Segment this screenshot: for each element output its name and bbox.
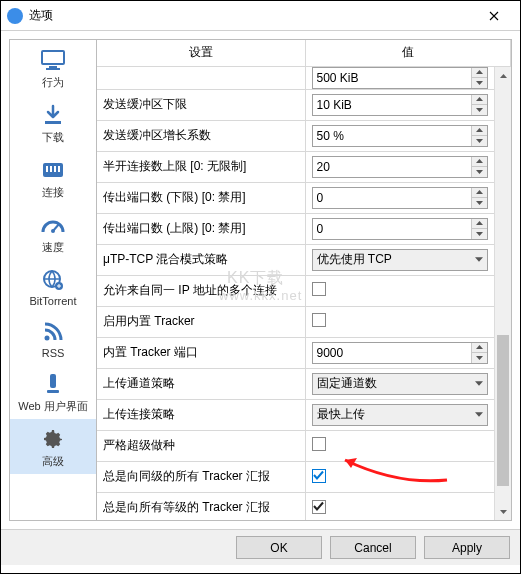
- col-value[interactable]: 值: [305, 40, 511, 66]
- sidebar-item-rss[interactable]: RSS: [10, 312, 96, 364]
- spin-up[interactable]: [472, 219, 487, 230]
- setting-label: [97, 66, 305, 89]
- ethernet-icon: [41, 156, 65, 184]
- spin-input[interactable]: [312, 94, 489, 116]
- scroll-thumb[interactable]: [497, 335, 509, 486]
- sidebar-label: 下载: [42, 130, 64, 145]
- scroll-down-button[interactable]: [495, 503, 511, 520]
- checkbox[interactable]: [312, 437, 326, 451]
- spin-down[interactable]: [472, 78, 487, 88]
- svg-line-10: [53, 224, 59, 231]
- svg-rect-0: [42, 51, 64, 64]
- sidebar-item-webui[interactable]: Web 用户界面: [10, 364, 96, 419]
- svg-rect-1: [49, 66, 57, 68]
- sidebar-item-connection[interactable]: 连接: [10, 150, 96, 205]
- setting-label: 严格超级做种: [97, 430, 305, 461]
- svg-point-13: [45, 336, 50, 341]
- sidebar-label: BitTorrent: [29, 295, 76, 307]
- setting-label: 半开连接数上限 [0: 无限制]: [97, 151, 305, 182]
- setting-label: 上传连接策略: [97, 399, 305, 430]
- setting-label: μTP-TCP 混合模式策略: [97, 244, 305, 275]
- spin-up[interactable]: [472, 343, 487, 354]
- gauge-icon: [40, 211, 66, 239]
- cancel-button[interactable]: Cancel: [330, 536, 416, 559]
- ok-button[interactable]: OK: [236, 536, 322, 559]
- scroll-track[interactable]: [495, 84, 511, 503]
- select-value: 固定通道数: [317, 375, 377, 392]
- sidebar-label: 行为: [42, 75, 64, 90]
- spin-down[interactable]: [472, 229, 487, 239]
- download-icon: [42, 101, 64, 129]
- setting-label: 发送缓冲区下限: [97, 89, 305, 120]
- titlebar: 选项: [1, 1, 520, 31]
- server-icon: [45, 370, 61, 398]
- spin-up[interactable]: [472, 68, 487, 79]
- spin-down[interactable]: [472, 353, 487, 363]
- svg-rect-7: [54, 166, 56, 172]
- sidebar-label: 高级: [42, 454, 64, 469]
- checkbox[interactable]: [312, 469, 326, 483]
- setting-label: 传出端口数 (下限) [0: 禁用]: [97, 182, 305, 213]
- spin-field[interactable]: [313, 219, 472, 239]
- spin-input[interactable]: [312, 342, 489, 364]
- apply-button[interactable]: Apply: [424, 536, 510, 559]
- checkbox[interactable]: [312, 500, 326, 514]
- spin-input[interactable]: [312, 187, 489, 209]
- spin-input[interactable]: [312, 218, 489, 240]
- spin-field[interactable]: [313, 343, 472, 363]
- spin-field[interactable]: [313, 95, 472, 115]
- gear-icon: [41, 425, 65, 453]
- sidebar-label: Web 用户界面: [18, 399, 87, 414]
- spin-input[interactable]: [312, 125, 489, 147]
- sidebar-label: 速度: [42, 240, 64, 255]
- setting-label: 总是向所有等级的 Tracker 汇报: [97, 492, 305, 521]
- svg-rect-3: [45, 121, 61, 124]
- app-icon: [7, 8, 23, 24]
- settings-panel: 设置 值 发送缓冲区下限发送缓冲区增长系数半开连接数上限 [0: 无限制]传出端…: [97, 39, 512, 521]
- settings-table: 设置 值 发送缓冲区下限发送缓冲区增长系数半开连接数上限 [0: 无限制]传出端…: [97, 40, 511, 521]
- select-input[interactable]: 最快上传: [312, 404, 489, 426]
- spin-down[interactable]: [472, 167, 487, 177]
- sidebar-item-bittorrent[interactable]: BitTorrent: [10, 260, 96, 312]
- spin-up[interactable]: [472, 126, 487, 137]
- checkbox[interactable]: [312, 313, 326, 327]
- spin-field[interactable]: [313, 157, 472, 177]
- monitor-icon: [40, 46, 66, 74]
- scroll-up-button[interactable]: [495, 67, 511, 84]
- sidebar-label: RSS: [42, 347, 65, 359]
- spin-field[interactable]: [313, 188, 472, 208]
- spin-up[interactable]: [472, 157, 487, 168]
- sidebar-item-download[interactable]: 下载: [10, 95, 96, 150]
- svg-rect-8: [58, 166, 60, 172]
- setting-label: 内置 Tracker 端口: [97, 337, 305, 368]
- spin-down[interactable]: [472, 105, 487, 115]
- spin-input[interactable]: [312, 156, 489, 178]
- setting-label: 启用内置 Tracker: [97, 306, 305, 337]
- sidebar-item-speed[interactable]: 速度: [10, 205, 96, 260]
- sidebar-item-advanced[interactable]: 高级: [10, 419, 96, 474]
- spin-input[interactable]: [312, 67, 489, 89]
- spin-up[interactable]: [472, 188, 487, 199]
- svg-rect-5: [46, 166, 48, 172]
- select-value: 优先使用 TCP: [317, 251, 392, 268]
- setting-label: 允许来自同一 IP 地址的多个连接: [97, 275, 305, 306]
- select-input[interactable]: 固定通道数: [312, 373, 489, 395]
- close-button[interactable]: [474, 2, 514, 30]
- col-setting[interactable]: 设置: [97, 40, 305, 66]
- spin-field[interactable]: [313, 68, 472, 88]
- spin-down[interactable]: [472, 198, 487, 208]
- sidebar-item-behavior[interactable]: 行为: [10, 40, 96, 95]
- spin-down[interactable]: [472, 136, 487, 146]
- checkbox[interactable]: [312, 282, 326, 296]
- spin-up[interactable]: [472, 95, 487, 106]
- spin-field[interactable]: [313, 126, 472, 146]
- setting-label: 发送缓冲区增长系数: [97, 120, 305, 151]
- sidebar-label: 连接: [42, 185, 64, 200]
- select-input[interactable]: 优先使用 TCP: [312, 249, 489, 271]
- dialog-footer: OK Cancel Apply: [1, 529, 520, 565]
- vertical-scrollbar[interactable]: [494, 67, 511, 520]
- sidebar: 行为 下载 连接 速度 BitTorrent RSS Web 用户界面 高级: [9, 39, 97, 521]
- rss-icon: [42, 318, 64, 346]
- setting-label: 总是向同级的所有 Tracker 汇报: [97, 461, 305, 492]
- svg-rect-15: [47, 390, 59, 393]
